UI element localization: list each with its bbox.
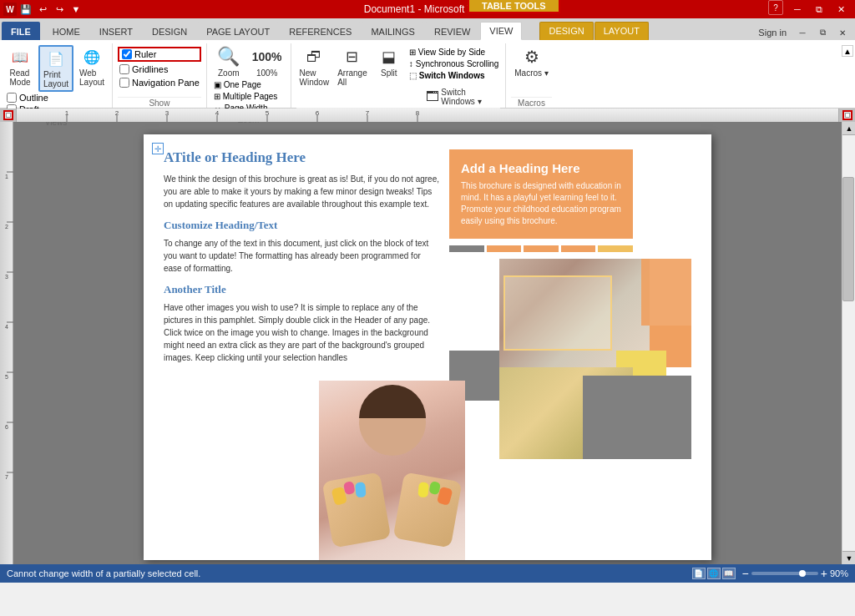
tab-review[interactable]: REVIEW: [425, 22, 479, 40]
customize-qat-button[interactable]: ▼: [68, 3, 83, 16]
one-page-item[interactable]: ▣ One Page: [212, 79, 286, 90]
gridlines-checkbox[interactable]: [119, 64, 129, 74]
help-button[interactable]: ?: [768, 0, 783, 15]
table-overlay: [503, 275, 612, 351]
macros-icon: ⚙: [522, 47, 542, 67]
multiple-pages-item[interactable]: ⊞ Multiple Pages: [212, 91, 286, 102]
redo-qat-button[interactable]: ↪: [52, 3, 67, 16]
tab-tt-layout[interactable]: LAYOUT: [594, 22, 649, 40]
document-scroll-area[interactable]: ✛ ATitle or Heading Here We think the de…: [13, 122, 842, 564]
scroll-track[interactable]: [842, 135, 855, 551]
svg-text:6: 6: [316, 109, 320, 117]
ribbon-close[interactable]: ✕: [833, 25, 852, 40]
sign-in-button[interactable]: Sign in: [751, 26, 793, 39]
zoom-buttons: 🔍 Zoom 100% 100%: [212, 43, 286, 79]
status-bar: Cannot change width of a partially selec…: [0, 564, 855, 583]
svg-text:2: 2: [5, 224, 8, 230]
tab-design[interactable]: DESIGN: [143, 22, 196, 40]
ribbon-restore[interactable]: ⧉: [813, 25, 832, 40]
tab-page-layout[interactable]: PAGE LAYOUT: [197, 22, 279, 40]
macros-button[interactable]: ⚙ Macros ▾: [511, 45, 552, 79]
ribbon-group-zoom: 🔍 Zoom 100% 100% ▣ One Page ⊞ Multiple P…: [207, 43, 291, 108]
zoom-slider-track[interactable]: [751, 572, 818, 575]
undo-qat-button[interactable]: ↩: [35, 3, 50, 16]
print-layout-icon: 📄: [46, 48, 66, 68]
window-controls: ? ─ ⧉ ✕: [768, 0, 852, 18]
color-block-1: [449, 245, 484, 252]
show-group-label: Show: [118, 97, 201, 108]
close-button[interactable]: ✕: [830, 0, 852, 18]
status-message: Cannot change width of a partially selec…: [7, 568, 200, 578]
word-icon: W: [3, 3, 17, 16]
web-layout-button[interactable]: 🌐 WebLayout: [75, 45, 109, 88]
restore-button[interactable]: ⧉: [808, 0, 830, 18]
layout-view-btn[interactable]: 📄: [692, 568, 706, 579]
reset-window-item[interactable]: ⬚ Switch Windows: [407, 70, 501, 81]
doc-sub-heading-1: Customize Heading/Text: [164, 219, 439, 232]
ruler-checkbox[interactable]: [122, 49, 132, 59]
scroll-down-button[interactable]: ▼: [842, 551, 855, 564]
vertical-scrollbar[interactable]: ▲ ▼: [842, 122, 855, 564]
tab-view[interactable]: VIEW: [480, 22, 522, 40]
read-mode-icon: 📖: [10, 47, 30, 67]
outline-checkbox[interactable]: [7, 93, 17, 103]
read-mode-button[interactable]: 📖 ReadMode: [3, 45, 37, 88]
zoom-in-button[interactable]: +: [821, 567, 827, 580]
svg-text:8: 8: [416, 109, 420, 117]
svg-text:2: 2: [115, 109, 119, 117]
zoom-out-button[interactable]: −: [742, 567, 749, 580]
orange-box-heading: Add a Heading Here: [461, 161, 621, 175]
ribbon-minimize[interactable]: ─: [793, 25, 812, 40]
macros-buttons: ⚙ Macros ▾: [511, 43, 552, 97]
tab-home[interactable]: HOME: [43, 22, 89, 40]
title-bar: W 💾 ↩ ↪ ▼ Document1 - Microsoft Word TAB…: [0, 0, 855, 18]
tab-references[interactable]: REFERENCES: [280, 22, 361, 40]
macros-group-label: Macros: [511, 97, 552, 108]
zoom-button[interactable]: 🔍 Zoom: [212, 45, 245, 79]
doc-body-text-1: We think the design of this brochure is …: [164, 173, 439, 210]
ribbon-window-controls: ─ ⧉ ✕: [793, 25, 852, 40]
tab-file[interactable]: FILE: [2, 22, 40, 40]
nav-pane-checkbox-item[interactable]: Navigation Pane: [118, 77, 201, 88]
svg-text:5: 5: [266, 109, 270, 117]
ribbon-tabs: FILE HOME INSERT DESIGN PAGE LAYOUT REFE…: [0, 18, 855, 40]
outline-checkbox-item[interactable]: Outline: [5, 92, 109, 104]
zoom-100-icon: 100%: [252, 47, 282, 67]
color-bar: [449, 245, 633, 252]
collapse-ribbon-button[interactable]: ▲: [840, 43, 855, 58]
orange-heading-box: Add a Heading Here This brochure is desi…: [449, 149, 633, 239]
minimize-button[interactable]: ─: [787, 0, 808, 18]
zoom-100-button[interactable]: 100% 100%: [249, 45, 286, 79]
ruler-checkbox-item[interactable]: Ruler: [118, 47, 201, 62]
new-window-button[interactable]: 🗗 NewWindow: [296, 45, 333, 88]
save-qat-button[interactable]: 💾: [18, 3, 33, 16]
collapse-icon[interactable]: ▲: [842, 45, 853, 57]
zoom-controls: − + 90%: [742, 567, 848, 580]
read-view-btn[interactable]: 📖: [722, 568, 736, 579]
gray-box-bottom: [583, 376, 691, 459]
tab-insert[interactable]: INSERT: [90, 22, 142, 40]
right-ruler-marker: [842, 110, 852, 120]
quick-access-toolbar: W 💾 ↩ ↪ ▼: [3, 3, 83, 16]
ribbon-group-macros: ⚙ Macros ▾ Macros: [506, 43, 557, 108]
nav-pane-checkbox[interactable]: [119, 78, 129, 88]
gridlines-checkbox-item[interactable]: Gridlines: [118, 63, 201, 75]
svg-text:6: 6: [5, 424, 8, 430]
split-button[interactable]: ⬓ Split: [372, 45, 406, 79]
tab-tt-design[interactable]: DESIGN: [539, 22, 593, 40]
zoom-slider-thumb[interactable]: [799, 570, 806, 577]
main-content-area: 1 2 3 4 5 6 7 ✛ ATit: [0, 122, 855, 564]
new-window-icon: 🗗: [304, 47, 324, 67]
svg-text:4: 4: [215, 109, 220, 117]
sync-scrolling-item[interactable]: ↕ Synchronous Scrolling: [407, 58, 501, 69]
print-layout-button[interactable]: 📄 PrintLayout: [38, 45, 73, 92]
move-handle[interactable]: ✛: [152, 143, 164, 154]
arrange-all-button[interactable]: ⊟ ArrangeAll: [334, 45, 371, 88]
scroll-up-button[interactable]: ▲: [842, 122, 855, 135]
web-view-btn[interactable]: 🌐: [707, 568, 721, 579]
tab-mailings[interactable]: MAILINGS: [362, 22, 424, 40]
scroll-thumb[interactable]: [842, 177, 854, 301]
view-side-by-side-item[interactable]: ⊞ View Side by Side: [407, 47, 501, 58]
web-layout-icon: 🌐: [82, 47, 102, 67]
switch-windows-button[interactable]: 🗔 SwitchWindows ▾: [407, 86, 501, 108]
